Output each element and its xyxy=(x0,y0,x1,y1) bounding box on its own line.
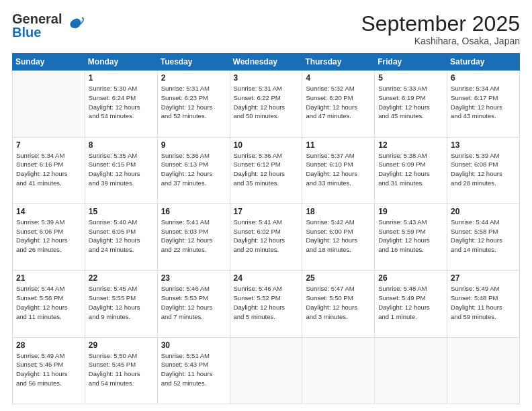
day-info: Sunrise: 5:43 AMSunset: 5:59 PMDaylight:… xyxy=(378,218,443,255)
day-info: Sunrise: 5:45 AMSunset: 5:55 PMDaylight:… xyxy=(89,284,154,321)
table-row: 20Sunrise: 5:44 AMSunset: 5:58 PMDayligh… xyxy=(447,203,520,270)
location: Kashihara, Osaka, Japan xyxy=(361,36,520,46)
day-info: Sunrise: 5:39 AMSunset: 6:06 PMDaylight:… xyxy=(16,218,81,255)
table-row: 19Sunrise: 5:43 AMSunset: 5:59 PMDayligh… xyxy=(375,203,447,270)
day-info: Sunrise: 5:36 AMSunset: 6:13 PMDaylight:… xyxy=(161,151,226,188)
day-number: 19 xyxy=(378,207,443,216)
table-row xyxy=(302,337,375,404)
day-number: 9 xyxy=(161,140,226,150)
table-row xyxy=(13,71,85,137)
table-row xyxy=(230,337,302,404)
day-info: Sunrise: 5:38 AMSunset: 6:09 PMDaylight:… xyxy=(378,151,443,188)
day-number: 10 xyxy=(234,140,299,150)
day-number: 23 xyxy=(161,273,226,283)
day-number: 12 xyxy=(378,140,443,150)
day-info: Sunrise: 5:36 AMSunset: 6:12 PMDaylight:… xyxy=(234,151,299,188)
calendar-week-row: 7Sunrise: 5:34 AMSunset: 6:16 PMDaylight… xyxy=(13,137,520,203)
day-number: 16 xyxy=(161,207,226,216)
day-info: Sunrise: 5:31 AMSunset: 6:23 PMDaylight:… xyxy=(161,84,226,121)
table-row: 26Sunrise: 5:48 AMSunset: 5:49 PMDayligh… xyxy=(375,271,447,337)
calendar-week-row: 1Sunrise: 5:30 AMSunset: 6:24 PMDaylight… xyxy=(13,71,520,137)
day-number: 28 xyxy=(16,340,81,350)
table-row: 24Sunrise: 5:46 AMSunset: 5:52 PMDayligh… xyxy=(230,271,302,337)
table-row: 21Sunrise: 5:44 AMSunset: 5:56 PMDayligh… xyxy=(13,271,85,337)
month-title: September 2025 xyxy=(361,12,520,36)
day-number: 21 xyxy=(16,273,81,283)
day-info: Sunrise: 5:34 AMSunset: 6:17 PMDaylight:… xyxy=(451,84,516,121)
day-info: Sunrise: 5:51 AMSunset: 5:43 PMDaylight:… xyxy=(161,351,226,388)
header: General Blue September 2025 Kashihara, O… xyxy=(12,12,520,46)
table-row: 23Sunrise: 5:46 AMSunset: 5:53 PMDayligh… xyxy=(157,271,230,337)
table-row: 12Sunrise: 5:38 AMSunset: 6:09 PMDayligh… xyxy=(375,137,447,203)
page: General Blue September 2025 Kashihara, O… xyxy=(0,0,532,411)
day-info: Sunrise: 5:35 AMSunset: 6:15 PMDaylight:… xyxy=(89,151,154,188)
table-row: 29Sunrise: 5:50 AMSunset: 5:45 PMDayligh… xyxy=(85,337,157,404)
day-info: Sunrise: 5:46 AMSunset: 5:53 PMDaylight:… xyxy=(161,284,226,321)
day-number: 27 xyxy=(451,273,516,283)
logo-bird-icon xyxy=(66,15,85,36)
day-number: 3 xyxy=(234,73,299,83)
table-row: 6Sunrise: 5:34 AMSunset: 6:17 PMDaylight… xyxy=(447,71,520,137)
table-row: 22Sunrise: 5:45 AMSunset: 5:55 PMDayligh… xyxy=(85,271,157,337)
calendar-header-row: Sunday Monday Tuesday Wednesday Thursday… xyxy=(13,54,520,71)
logo-general: General xyxy=(12,12,62,26)
table-row: 11Sunrise: 5:37 AMSunset: 6:10 PMDayligh… xyxy=(302,137,375,203)
col-saturday: Saturday xyxy=(447,54,520,71)
day-info: Sunrise: 5:44 AMSunset: 5:58 PMDaylight:… xyxy=(451,218,516,255)
table-row: 4Sunrise: 5:32 AMSunset: 6:20 PMDaylight… xyxy=(302,71,375,137)
col-monday: Monday xyxy=(85,54,157,71)
day-number: 26 xyxy=(378,273,443,283)
table-row: 9Sunrise: 5:36 AMSunset: 6:13 PMDaylight… xyxy=(157,137,230,203)
table-row: 17Sunrise: 5:41 AMSunset: 6:02 PMDayligh… xyxy=(230,203,302,270)
table-row: 28Sunrise: 5:49 AMSunset: 5:46 PMDayligh… xyxy=(13,337,85,404)
day-info: Sunrise: 5:48 AMSunset: 5:49 PMDaylight:… xyxy=(378,284,443,321)
table-row: 14Sunrise: 5:39 AMSunset: 6:06 PMDayligh… xyxy=(13,203,85,270)
table-row: 10Sunrise: 5:36 AMSunset: 6:12 PMDayligh… xyxy=(230,137,302,203)
day-number: 2 xyxy=(161,73,226,83)
day-info: Sunrise: 5:33 AMSunset: 6:19 PMDaylight:… xyxy=(378,84,443,121)
table-row: 8Sunrise: 5:35 AMSunset: 6:15 PMDaylight… xyxy=(85,137,157,203)
calendar-table: Sunday Monday Tuesday Wednesday Thursday… xyxy=(12,53,520,404)
day-info: Sunrise: 5:46 AMSunset: 5:52 PMDaylight:… xyxy=(234,284,299,321)
table-row: 1Sunrise: 5:30 AMSunset: 6:24 PMDaylight… xyxy=(85,71,157,137)
table-row: 30Sunrise: 5:51 AMSunset: 5:43 PMDayligh… xyxy=(157,337,230,404)
table-row: 13Sunrise: 5:39 AMSunset: 6:08 PMDayligh… xyxy=(447,137,520,203)
day-number: 7 xyxy=(16,140,81,150)
day-number: 18 xyxy=(306,207,371,216)
day-info: Sunrise: 5:42 AMSunset: 6:00 PMDaylight:… xyxy=(306,218,371,255)
day-number: 20 xyxy=(451,207,516,216)
day-info: Sunrise: 5:31 AMSunset: 6:22 PMDaylight:… xyxy=(234,84,299,121)
day-number: 29 xyxy=(89,340,154,350)
col-tuesday: Tuesday xyxy=(157,54,230,71)
title-block: September 2025 Kashihara, Osaka, Japan xyxy=(361,12,520,46)
col-wednesday: Wednesday xyxy=(230,54,302,71)
day-number: 17 xyxy=(234,207,299,216)
day-number: 24 xyxy=(234,273,299,283)
day-info: Sunrise: 5:30 AMSunset: 6:24 PMDaylight:… xyxy=(89,84,154,121)
day-number: 30 xyxy=(161,340,226,350)
table-row: 16Sunrise: 5:41 AMSunset: 6:03 PMDayligh… xyxy=(157,203,230,270)
col-friday: Friday xyxy=(375,54,447,71)
day-info: Sunrise: 5:34 AMSunset: 6:16 PMDaylight:… xyxy=(16,151,81,188)
day-info: Sunrise: 5:40 AMSunset: 6:05 PMDaylight:… xyxy=(89,218,154,255)
day-info: Sunrise: 5:41 AMSunset: 6:02 PMDaylight:… xyxy=(234,218,299,255)
table-row xyxy=(375,337,447,404)
day-number: 1 xyxy=(89,73,154,83)
day-number: 15 xyxy=(89,207,154,216)
day-info: Sunrise: 5:47 AMSunset: 5:50 PMDaylight:… xyxy=(306,284,371,321)
logo-blue: Blue xyxy=(12,26,62,39)
day-number: 14 xyxy=(16,207,81,216)
col-thursday: Thursday xyxy=(302,54,375,71)
day-number: 8 xyxy=(89,140,154,150)
table-row: 15Sunrise: 5:40 AMSunset: 6:05 PMDayligh… xyxy=(85,203,157,270)
calendar-week-row: 28Sunrise: 5:49 AMSunset: 5:46 PMDayligh… xyxy=(13,337,520,404)
day-info: Sunrise: 5:41 AMSunset: 6:03 PMDaylight:… xyxy=(161,218,226,255)
table-row: 27Sunrise: 5:49 AMSunset: 5:48 PMDayligh… xyxy=(447,271,520,337)
day-info: Sunrise: 5:49 AMSunset: 5:46 PMDaylight:… xyxy=(16,351,81,388)
day-info: Sunrise: 5:49 AMSunset: 5:48 PMDaylight:… xyxy=(451,284,516,321)
day-number: 5 xyxy=(378,73,443,83)
day-info: Sunrise: 5:50 AMSunset: 5:45 PMDaylight:… xyxy=(89,351,154,388)
calendar-week-row: 21Sunrise: 5:44 AMSunset: 5:56 PMDayligh… xyxy=(13,271,520,337)
table-row: 25Sunrise: 5:47 AMSunset: 5:50 PMDayligh… xyxy=(302,271,375,337)
table-row: 2Sunrise: 5:31 AMSunset: 6:23 PMDaylight… xyxy=(157,71,230,137)
